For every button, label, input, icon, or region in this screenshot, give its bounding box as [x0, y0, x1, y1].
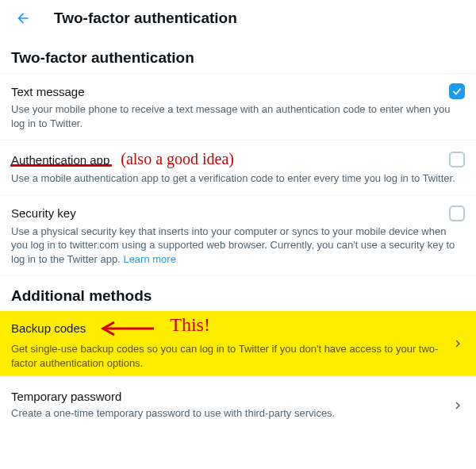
annotation-arrow-left-icon: [100, 321, 155, 336]
checkbox-text-message[interactable]: [449, 83, 465, 99]
item-description: Get single-use backup codes so you can l…: [11, 342, 443, 370]
additional-temp-password[interactable]: Temporary password Create a one-time tem…: [0, 377, 476, 430]
annotation-also-good-idea: (also a good idea): [121, 150, 234, 168]
back-button[interactable]: [11, 6, 35, 30]
checkbox-security-key[interactable]: [449, 206, 465, 221]
method-description: Use a mobile authentication app to get a…: [11, 171, 465, 186]
method-description-text: Use a physical security key that inserts…: [11, 225, 455, 265]
annotation-underline: [10, 164, 112, 167]
item-title: Temporary password: [11, 390, 443, 403]
method-text-message[interactable]: Text message Use your mobile phone to re…: [0, 74, 476, 140]
method-title: Security key: [11, 206, 76, 220]
checkbox-auth-app[interactable]: [449, 152, 465, 167]
learn-more-link[interactable]: Learn more: [123, 253, 175, 265]
additional-backup-codes[interactable]: Backup codes This! Get single-use backup…: [0, 311, 476, 377]
section-heading-additional: Additional methods: [0, 276, 476, 311]
arrow-left-icon: [15, 10, 31, 26]
check-icon: [451, 86, 463, 97]
chevron-right-icon: [451, 398, 465, 413]
page-header: Two-factor authentication: [0, 0, 476, 41]
item-description: Create a one-time temporary password to …: [11, 406, 443, 421]
page-title: Two-factor authentication: [54, 10, 237, 27]
method-description: Use a physical security key that inserts…: [11, 225, 465, 267]
method-security-key[interactable]: Security key Use a physical security key…: [0, 196, 476, 277]
chevron-right-icon: [451, 336, 465, 351]
item-title: Backup codes: [11, 321, 86, 335]
annotation-this: This!: [170, 314, 210, 336]
method-auth-app[interactable]: Authentication app (also a good idea) Us…: [0, 140, 476, 196]
method-description: Use your mobile phone to receive a text …: [11, 102, 465, 130]
method-title: Text message: [11, 85, 85, 98]
section-heading-2fa: Two-factor authentication: [0, 41, 476, 73]
